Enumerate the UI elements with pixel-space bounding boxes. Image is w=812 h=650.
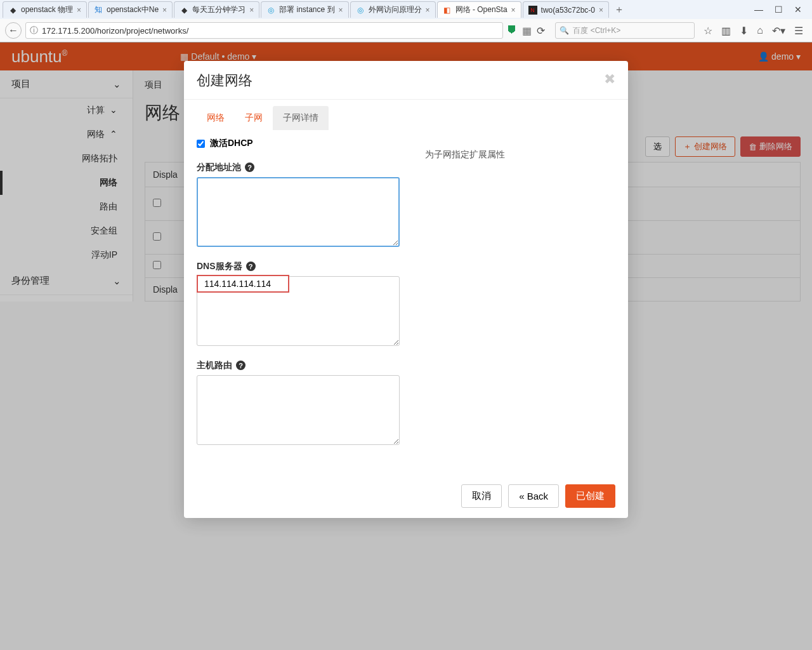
history-icon[interactable]: ↶▾ <box>772 25 785 37</box>
modal-footer: 取消 « Back 已创建 <box>184 474 628 518</box>
browser-tab[interactable]: ◆每天五分钟学习× <box>174 1 259 18</box>
cancel-button[interactable]: 取消 <box>461 484 502 508</box>
tab-close-icon[interactable]: × <box>162 6 167 15</box>
close-icon[interactable]: ✖ <box>604 71 615 90</box>
modal-tabs: 网络 子网 子网详情 <box>197 106 615 130</box>
help-icon[interactable]: ? <box>246 262 256 271</box>
modal-overlay: 创建网络 ✖ 网络 子网 子网详情 激活DHCP 分配地址池 ? <box>0 42 812 650</box>
modal-title: 创建网络 <box>197 71 252 90</box>
dhcp-checkbox[interactable] <box>197 140 205 148</box>
favicon-icon: ◆ <box>180 6 188 15</box>
tab-subnet-detail[interactable]: 子网详情 <box>273 106 329 130</box>
window-controls: — ☐ ✕ <box>754 4 809 15</box>
tab-close-icon[interactable]: × <box>339 6 343 15</box>
alloc-pool-label: 分配地址池 ? <box>197 162 400 173</box>
tab-close-icon[interactable]: × <box>511 6 516 15</box>
favicon-icon: ◎ <box>356 6 365 15</box>
toolbar-icons: ☆ ▥ ⬇ ⌂ ↶▾ ☰ <box>700 25 807 37</box>
browser-tab[interactable]: ◆openstack 物理× <box>3 1 87 18</box>
dhcp-checkbox-label[interactable]: 激活DHCP <box>197 138 253 149</box>
maximize-icon[interactable]: ☐ <box>775 4 783 15</box>
help-icon[interactable]: ? <box>245 162 254 172</box>
tab-close-icon[interactable]: × <box>249 6 254 15</box>
tab-subnet[interactable]: 子网 <box>235 106 273 130</box>
tab-close-icon[interactable]: × <box>77 6 81 15</box>
site-info-icon[interactable]: ⓘ <box>30 25 38 36</box>
menu-icon[interactable]: ☰ <box>794 25 803 37</box>
browser-tab[interactable]: ◎部署 instance 到× <box>261 1 348 18</box>
address-bar: ← ⓘ 172.171.5.200/horizon/project/networ… <box>0 19 812 42</box>
tab-network[interactable]: 网络 <box>197 106 235 130</box>
browser-tab-active[interactable]: ◧网络 - OpenSta× <box>437 1 521 18</box>
create-network-modal: 创建网络 ✖ 网络 子网 子网详情 激活DHCP 分配地址池 ? <box>184 61 628 518</box>
tab-close-icon[interactable]: × <box>426 6 430 15</box>
search-placeholder: 百度 <Ctrl+K> <box>573 25 620 36</box>
library-icon[interactable]: ▥ <box>721 25 731 37</box>
dns-value-highlight: 114.114.114.114 <box>197 275 289 293</box>
help-icon[interactable]: ? <box>236 361 246 370</box>
minimize-icon[interactable]: — <box>754 4 763 15</box>
new-tab-button[interactable]: ＋ <box>614 3 624 17</box>
reload-icon[interactable]: ⟳ <box>537 25 545 37</box>
shield-icon[interactable]: ⛊ <box>507 25 517 36</box>
url-input[interactable]: ⓘ 172.171.5.200/horizon/project/networks… <box>25 22 503 39</box>
bookmark-icon[interactable]: ☆ <box>704 25 712 37</box>
browser-tab[interactable]: ◎外网访问原理分× <box>350 1 436 18</box>
modal-help-text: 为子网指定扩展属性 <box>425 138 615 459</box>
alloc-pool-input[interactable] <box>197 177 400 247</box>
tab-close-icon[interactable]: × <box>599 6 603 15</box>
modal-form: 激活DHCP 分配地址池 ? DNS服务器 ? <box>197 138 400 459</box>
favicon-icon: ◧ <box>443 6 452 15</box>
host-routes-input[interactable] <box>197 375 400 445</box>
browser-tab[interactable]: 知openstack中Ne× <box>88 1 173 18</box>
favicon-icon: N <box>528 6 537 15</box>
download-icon[interactable]: ⬇ <box>740 25 748 37</box>
host-routes-label: 主机路由 ? <box>197 360 400 371</box>
browser-chrome: ◆openstack 物理× 知openstack中Ne× ◆每天五分钟学习× … <box>0 0 812 43</box>
qr-icon[interactable]: ▦ <box>522 25 532 37</box>
favicon-icon: ◎ <box>266 6 275 15</box>
dns-label: DNS服务器 ? <box>197 261 400 272</box>
tab-strip: ◆openstack 物理× 知openstack中Ne× ◆每天五分钟学习× … <box>0 0 812 19</box>
submit-button[interactable]: 已创建 <box>565 484 615 508</box>
url-text: 172.171.5.200/horizon/project/networks/ <box>42 26 188 36</box>
close-window-icon[interactable]: ✕ <box>794 4 802 15</box>
search-input[interactable]: 🔍 百度 <Ctrl+K> <box>555 22 695 39</box>
back-button[interactable]: « Back <box>508 484 559 508</box>
favicon-icon: 知 <box>94 6 103 15</box>
back-icon[interactable]: ← <box>5 22 22 39</box>
home-icon[interactable]: ⌂ <box>757 25 763 36</box>
favicon-icon: ◆ <box>8 6 17 15</box>
browser-tab[interactable]: Ntwo(a53c72bc-0× <box>523 1 609 18</box>
